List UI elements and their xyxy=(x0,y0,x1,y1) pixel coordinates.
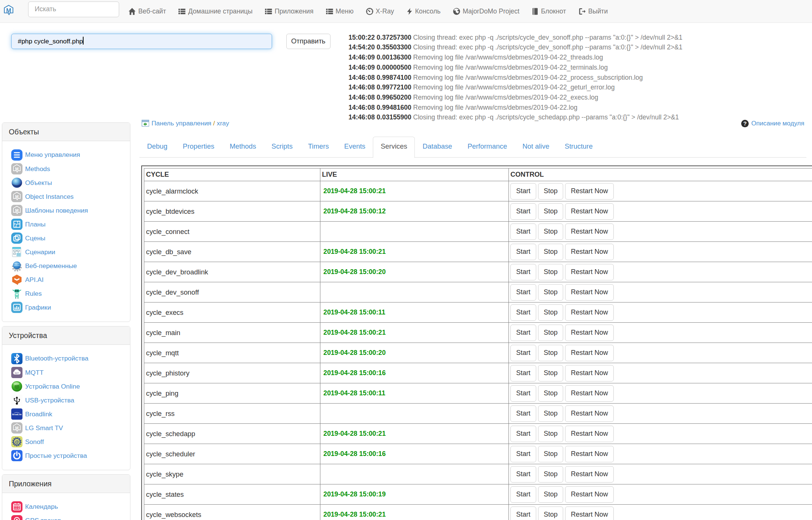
svg-text:MQTT: MQTT xyxy=(15,372,19,374)
svg-text:BroadLink: BroadLink xyxy=(12,414,22,416)
svg-text:@: @ xyxy=(15,439,19,444)
svg-text:?: ? xyxy=(743,120,746,127)
